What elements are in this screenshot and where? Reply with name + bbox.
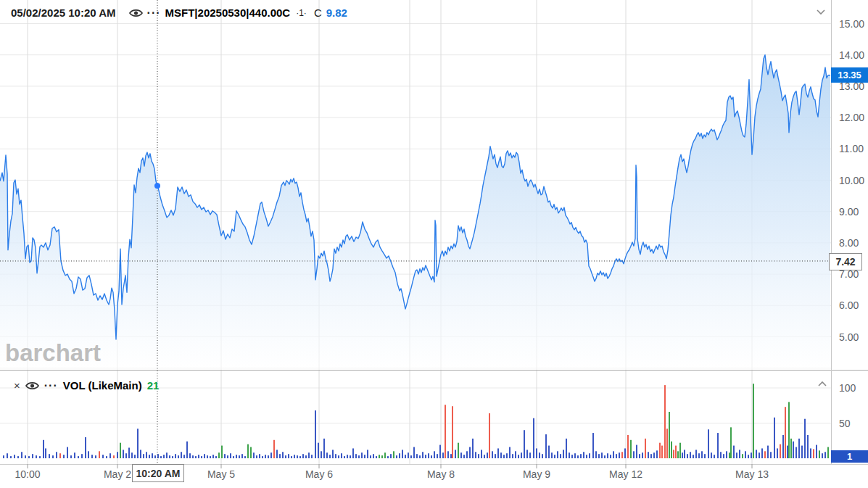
price-axis-tick-label: 14.00	[839, 49, 864, 61]
crosshair-datetime-label: 05/02/2025 10:20 AM	[11, 7, 116, 19]
volume-last-badge: 1	[831, 450, 868, 463]
price-axis-tick-label: 5.00	[839, 331, 859, 343]
volume-value: 21	[147, 379, 160, 392]
price-axis-tick-label: 9.00	[839, 206, 859, 218]
series-menu-icon[interactable]: ···	[44, 382, 58, 389]
price-axis-tick-label: 6.00	[839, 299, 859, 311]
price-axis-tick-label: 11.00	[839, 143, 864, 154]
time-axis-tick-label: May 12	[609, 468, 642, 480]
close-value: 9.82	[326, 7, 347, 19]
time-axis-tick-label: May 2	[104, 468, 131, 480]
price-axis-tick-label: 8.00	[839, 237, 859, 249]
collapse-price-pane-chevron-down-icon[interactable]	[815, 6, 827, 19]
chart-canvas[interactable]	[0, 0, 868, 488]
crosshair-time-box: 10:20 AM	[132, 464, 184, 482]
interval-label: ·1·	[296, 8, 307, 18]
volume-study-label: VOL (LikeMain)	[63, 379, 142, 392]
symbol-label: MSFT|20250530|440.00C	[165, 7, 291, 19]
time-axis-tick-label: 10:00	[15, 468, 40, 480]
volume-axis-tick-label: 100	[839, 382, 856, 394]
chart-window: 05/02/2025 10:20 AM ··· MSFT|20250530|44…	[0, 0, 868, 488]
crosshair-dot[interactable]	[154, 183, 160, 189]
time-axis-tick-label: May 5	[207, 468, 235, 480]
barchart-watermark: barchart	[5, 339, 101, 367]
last-price-badge: 13.35	[831, 67, 868, 83]
price-pane-legend: 05/02/2025 10:20 AM ··· MSFT|20250530|44…	[11, 7, 347, 19]
time-axis-tick-label: May 8	[427, 468, 455, 480]
time-axis-tick-label: May 6	[305, 468, 333, 480]
eye-icon[interactable]	[129, 8, 143, 18]
price-axis-tick-label: 15.00	[839, 18, 864, 30]
eye-icon[interactable]	[25, 381, 39, 391]
crosshair-price-box: 7.42	[829, 253, 862, 270]
price-axis-tick-label: 10.00	[839, 175, 864, 186]
volume-axis-tick-label: 50	[839, 418, 851, 429]
close-label: C	[314, 7, 322, 19]
expand-volume-pane-chevron-up-icon[interactable]	[817, 379, 828, 392]
price-axis-tick-label: 12.00	[839, 112, 864, 123]
series-menu-icon[interactable]: ···	[147, 9, 161, 17]
time-axis-tick-label: May 13	[735, 468, 769, 480]
volume-pane-legend: × ··· VOL (LikeMain) 21	[14, 379, 159, 392]
time-axis-tick-label: May 9	[523, 468, 550, 480]
close-icon[interactable]: ×	[14, 381, 20, 391]
